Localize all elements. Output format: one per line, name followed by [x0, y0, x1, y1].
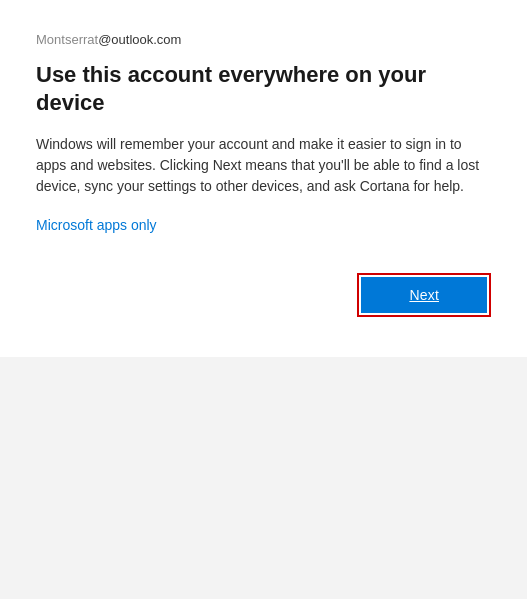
bottom-gray-area [0, 357, 527, 599]
email-username: Montserrat [36, 32, 98, 47]
button-row: Next [36, 273, 491, 317]
microsoft-apps-only-link[interactable]: Microsoft apps only [36, 217, 491, 233]
next-button-focus-ring: Next [357, 273, 491, 317]
next-button[interactable]: Next [361, 277, 487, 313]
page-title: Use this account everywhere on your devi… [36, 61, 491, 116]
main-container: Montserrat@outlook.com Use this account … [0, 0, 527, 599]
description-text: Windows will remember your account and m… [36, 134, 491, 197]
email-domain: @outlook.com [98, 32, 181, 47]
email-display: Montserrat@outlook.com [36, 32, 491, 47]
